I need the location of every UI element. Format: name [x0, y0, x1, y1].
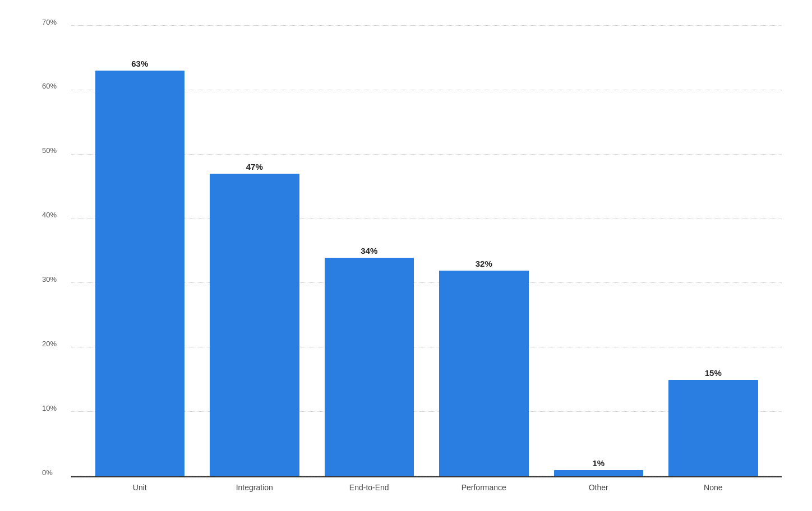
- x-axis-label: Unit: [82, 477, 197, 496]
- x-axis-label: Performance: [427, 477, 542, 496]
- bar: [668, 380, 758, 476]
- grid-label: 10%: [42, 403, 57, 412]
- bar-group: 34%: [312, 26, 427, 476]
- grid-label: 0%: [42, 468, 53, 476]
- grid-label: 30%: [42, 275, 57, 283]
- grid-label: 40%: [42, 211, 57, 219]
- x-axis-label: None: [656, 477, 771, 496]
- bar-group: 1%: [541, 26, 656, 476]
- bar: [210, 174, 299, 476]
- grid-label: 50%: [42, 146, 57, 155]
- bar-value-label: 1%: [592, 458, 605, 468]
- bar: [439, 271, 529, 477]
- grid-label: 60%: [42, 82, 57, 90]
- bar-group: 15%: [656, 26, 771, 476]
- grid-label: 20%: [42, 339, 57, 347]
- bar-value-label: 63%: [131, 59, 148, 68]
- x-axis-area: UnitIntegrationEnd-to-EndPerformanceOthe…: [71, 476, 782, 496]
- bar: [325, 258, 414, 477]
- bar-group: 63%: [82, 26, 197, 476]
- bar-value-label: 15%: [705, 368, 722, 378]
- y-axis-label: [19, 15, 36, 496]
- bar: [95, 71, 185, 476]
- chart-container: 70%60%50%40%30%20%10%0% 63%47%34%32%1%15…: [19, 15, 793, 496]
- plot-area: 70%60%50%40%30%20%10%0% 63%47%34%32%1%15…: [71, 26, 782, 476]
- bar-group: 32%: [427, 26, 542, 476]
- chart-inner: 70%60%50%40%30%20%10%0% 63%47%34%32%1%15…: [40, 15, 793, 496]
- grid-label: 70%: [42, 17, 57, 26]
- bar-group: 47%: [197, 26, 312, 476]
- bar-value-label: 32%: [476, 259, 492, 268]
- bar-value-label: 47%: [246, 162, 263, 171]
- x-axis-label: Other: [541, 477, 656, 496]
- bar-value-label: 34%: [361, 246, 377, 256]
- x-axis-label: End-to-End: [312, 477, 427, 496]
- bars-row: 63%47%34%32%1%15%: [71, 26, 782, 476]
- bar: [554, 470, 644, 476]
- x-axis-label: Integration: [197, 477, 312, 496]
